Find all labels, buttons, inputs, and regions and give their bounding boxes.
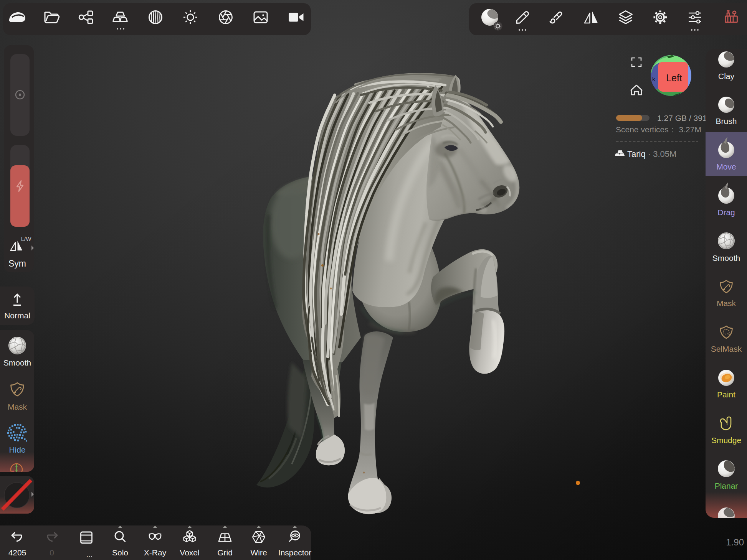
svg-text:Grid: Grid — [217, 548, 233, 557]
svg-text:Hide: Hide — [9, 445, 25, 454]
svg-text:Sym: Sym — [8, 259, 26, 268]
svg-text:1.90: 1.90 — [726, 537, 744, 547]
svg-text:Planar: Planar — [715, 481, 738, 490]
svg-text:Smooth: Smooth — [3, 358, 31, 367]
svg-text:Normal: Normal — [4, 311, 30, 320]
svg-text:Wire: Wire — [250, 548, 267, 557]
svg-text:SelMask: SelMask — [711, 344, 742, 353]
svg-text:Brush: Brush — [716, 117, 737, 125]
svg-text:Solo: Solo — [112, 548, 128, 557]
svg-text:0: 0 — [50, 548, 54, 557]
svg-text:Smooth: Smooth — [712, 254, 740, 262]
svg-text:Mask: Mask — [717, 299, 736, 308]
svg-text:Paint: Paint — [717, 390, 735, 399]
svg-text:Inspector: Inspector — [278, 548, 311, 557]
svg-text:Voxel: Voxel — [180, 548, 199, 557]
svg-text:4205: 4205 — [8, 548, 26, 557]
svg-text:Mask: Mask — [8, 402, 27, 411]
svg-text:Move: Move — [716, 162, 736, 171]
svg-text:Smudge: Smudge — [711, 436, 741, 445]
svg-text:...: ... — [86, 550, 93, 558]
svg-text:Clay: Clay — [718, 72, 735, 81]
svg-text:Drag: Drag — [717, 208, 735, 217]
svg-text:X-Ray: X-Ray — [144, 548, 167, 557]
svg-text:L/W: L/W — [21, 236, 32, 242]
